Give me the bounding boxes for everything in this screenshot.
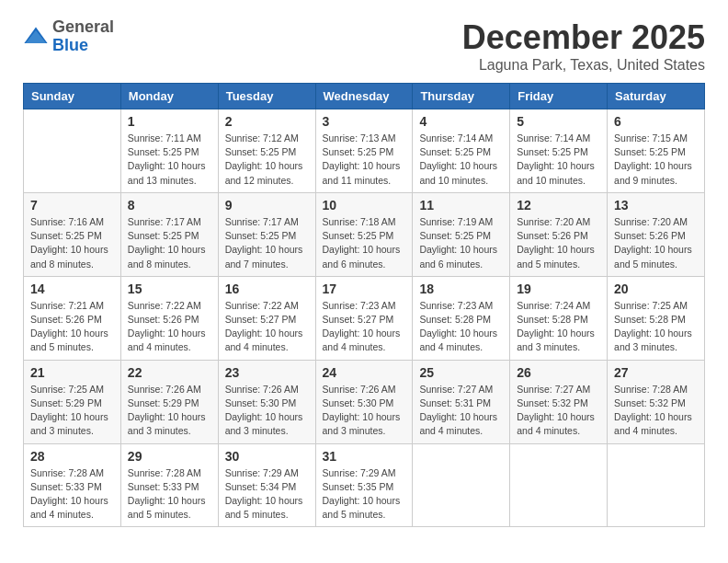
calendar-day-cell: 22Sunrise: 7:26 AMSunset: 5:29 PMDayligh… [120,360,218,443]
day-info: Sunrise: 7:29 AMSunset: 5:34 PMDaylight:… [225,466,309,523]
day-info: Sunrise: 7:29 AMSunset: 5:35 PMDaylight:… [323,466,406,523]
day-number: 5 [517,114,600,129]
calendar-day-cell: 27Sunrise: 7:28 AMSunset: 5:32 PMDayligh… [608,360,705,443]
day-number: 17 [323,282,406,296]
calendar-day-cell: 11Sunrise: 7:19 AMSunset: 5:25 PMDayligh… [413,192,510,276]
calendar-day-cell: 25Sunrise: 7:27 AMSunset: 5:31 PMDayligh… [413,360,510,443]
logo-icon [23,24,49,50]
calendar-day-cell: 10Sunrise: 7:18 AMSunset: 5:25 PMDayligh… [315,192,413,276]
day-info: Sunrise: 7:18 AMSunset: 5:25 PMDaylight:… [323,215,406,271]
day-number: 12 [517,198,600,213]
logo-text: General Blue [52,18,114,55]
day-number: 24 [323,365,406,380]
day-info: Sunrise: 7:20 AMSunset: 5:26 PMDaylight:… [614,215,698,271]
calendar-day-cell: 23Sunrise: 7:26 AMSunset: 5:30 PMDayligh… [218,360,315,443]
day-number: 25 [419,365,503,380]
calendar-day-cell: 21Sunrise: 7:25 AMSunset: 5:29 PMDayligh… [24,360,121,443]
calendar-day-cell: 3Sunrise: 7:13 AMSunset: 5:25 PMDaylight… [315,109,413,193]
day-number: 27 [614,365,698,380]
day-number: 16 [225,282,309,296]
calendar-day-cell: 26Sunrise: 7:27 AMSunset: 5:32 PMDayligh… [510,360,608,443]
day-number: 6 [614,114,698,129]
day-number: 19 [517,282,600,296]
calendar-day-cell [24,109,121,193]
calendar-week-row: 1Sunrise: 7:11 AMSunset: 5:25 PMDaylight… [24,109,705,193]
day-number: 18 [419,282,503,296]
day-info: Sunrise: 7:19 AMSunset: 5:25 PMDaylight:… [419,215,503,271]
day-number: 9 [225,198,309,213]
day-info: Sunrise: 7:28 AMSunset: 5:32 PMDaylight:… [614,383,698,439]
calendar-day-cell: 28Sunrise: 7:28 AMSunset: 5:33 PMDayligh… [24,443,121,527]
day-number: 26 [517,365,600,380]
calendar-day-cell [510,443,608,527]
calendar-subtitle: Laguna Park, Texas, United States [462,57,705,74]
day-info: Sunrise: 7:27 AMSunset: 5:31 PMDaylight:… [419,383,503,439]
day-info: Sunrise: 7:15 AMSunset: 5:25 PMDaylight:… [614,132,698,188]
day-number: 29 [128,449,211,464]
day-info: Sunrise: 7:25 AMSunset: 5:29 PMDaylight:… [30,383,114,439]
day-number: 7 [30,198,114,213]
calendar-day-cell: 1Sunrise: 7:11 AMSunset: 5:25 PMDaylight… [120,109,218,193]
calendar-day-cell: 5Sunrise: 7:14 AMSunset: 5:25 PMDaylight… [510,109,608,193]
day-info: Sunrise: 7:22 AMSunset: 5:26 PMDaylight:… [128,299,211,355]
day-info: Sunrise: 7:23 AMSunset: 5:27 PMDaylight:… [323,299,406,355]
calendar-day-cell: 2Sunrise: 7:12 AMSunset: 5:25 PMDaylight… [218,109,315,193]
day-number: 31 [323,449,406,464]
calendar-day-cell: 16Sunrise: 7:22 AMSunset: 5:27 PMDayligh… [218,276,315,360]
day-info: Sunrise: 7:12 AMSunset: 5:25 PMDaylight:… [225,132,309,188]
day-info: Sunrise: 7:28 AMSunset: 5:33 PMDaylight:… [128,466,211,523]
logo-general: General [52,17,114,36]
calendar-day-header: Thursday [413,84,510,109]
day-info: Sunrise: 7:27 AMSunset: 5:32 PMDaylight:… [517,383,600,439]
day-number: 15 [128,282,211,296]
calendar-day-cell [608,443,705,527]
calendar-day-cell: 24Sunrise: 7:26 AMSunset: 5:30 PMDayligh… [315,360,413,443]
calendar-body: 1Sunrise: 7:11 AMSunset: 5:25 PMDaylight… [24,109,705,527]
day-number: 23 [225,365,309,380]
calendar-title: December 2025 [462,18,705,57]
title-section: December 2025 Laguna Park, Texas, United… [462,18,705,74]
calendar-day-cell: 17Sunrise: 7:23 AMSunset: 5:27 PMDayligh… [315,276,413,360]
calendar-day-cell: 18Sunrise: 7:23 AMSunset: 5:28 PMDayligh… [413,276,510,360]
calendar-day-cell: 14Sunrise: 7:21 AMSunset: 5:26 PMDayligh… [24,276,121,360]
day-info: Sunrise: 7:26 AMSunset: 5:29 PMDaylight:… [128,383,211,439]
calendar-day-header: Saturday [608,84,705,109]
day-number: 1 [128,114,211,129]
calendar-day-cell: 8Sunrise: 7:17 AMSunset: 5:25 PMDaylight… [120,192,218,276]
calendar-day-cell: 29Sunrise: 7:28 AMSunset: 5:33 PMDayligh… [120,443,218,527]
day-number: 22 [128,365,211,380]
day-number: 3 [323,114,406,129]
day-info: Sunrise: 7:17 AMSunset: 5:25 PMDaylight:… [128,215,211,271]
day-info: Sunrise: 7:11 AMSunset: 5:25 PMDaylight:… [128,132,211,188]
day-number: 10 [323,198,406,213]
svg-marker-1 [26,30,46,43]
calendar-day-cell: 15Sunrise: 7:22 AMSunset: 5:26 PMDayligh… [120,276,218,360]
day-number: 30 [225,449,309,464]
day-number: 28 [30,449,114,464]
calendar-day-cell: 7Sunrise: 7:16 AMSunset: 5:25 PMDaylight… [24,192,121,276]
page-header: General Blue December 2025 Laguna Park, … [23,18,705,74]
calendar-week-row: 14Sunrise: 7:21 AMSunset: 5:26 PMDayligh… [24,276,705,360]
day-number: 4 [419,114,503,129]
day-info: Sunrise: 7:26 AMSunset: 5:30 PMDaylight:… [225,383,309,439]
calendar-day-header: Friday [510,84,608,109]
calendar-day-cell: 13Sunrise: 7:20 AMSunset: 5:26 PMDayligh… [608,192,705,276]
day-info: Sunrise: 7:14 AMSunset: 5:25 PMDaylight:… [517,132,600,188]
calendar-day-cell [413,443,510,527]
calendar-day-header: Sunday [24,84,121,109]
calendar-day-cell: 19Sunrise: 7:24 AMSunset: 5:28 PMDayligh… [510,276,608,360]
calendar-day-header: Monday [120,84,218,109]
calendar-day-header: Wednesday [315,84,413,109]
day-info: Sunrise: 7:13 AMSunset: 5:25 PMDaylight:… [323,132,406,188]
day-info: Sunrise: 7:20 AMSunset: 5:26 PMDaylight:… [517,215,600,271]
day-number: 13 [614,198,698,213]
day-info: Sunrise: 7:24 AMSunset: 5:28 PMDaylight:… [517,299,600,355]
calendar-day-cell: 30Sunrise: 7:29 AMSunset: 5:34 PMDayligh… [218,443,315,527]
calendar-day-cell: 31Sunrise: 7:29 AMSunset: 5:35 PMDayligh… [315,443,413,527]
day-info: Sunrise: 7:16 AMSunset: 5:25 PMDaylight:… [30,215,114,271]
calendar-day-cell: 12Sunrise: 7:20 AMSunset: 5:26 PMDayligh… [510,192,608,276]
calendar-day-cell: 9Sunrise: 7:17 AMSunset: 5:25 PMDaylight… [218,192,315,276]
calendar-table: SundayMondayTuesdayWednesdayThursdayFrid… [23,83,705,527]
day-info: Sunrise: 7:17 AMSunset: 5:25 PMDaylight:… [225,215,309,271]
day-info: Sunrise: 7:21 AMSunset: 5:26 PMDaylight:… [30,299,114,355]
